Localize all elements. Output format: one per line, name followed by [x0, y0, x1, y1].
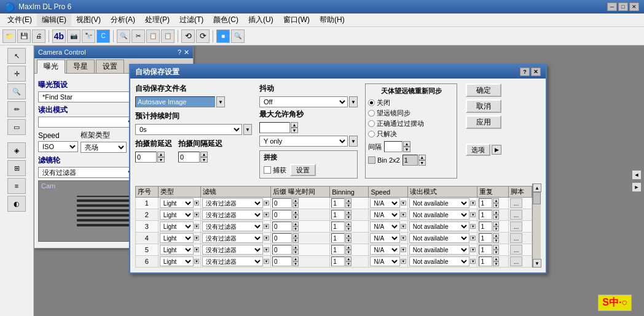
close-button[interactable]: ✕ — [629, 2, 639, 11]
menu-view[interactable]: 视图(V) — [71, 13, 106, 26]
nav-right[interactable]: ► — [632, 182, 642, 192]
bin-up-4[interactable]: ▲ — [345, 245, 351, 250]
minimize-button[interactable]: ─ — [607, 2, 617, 11]
repeat-input-4[interactable] — [479, 245, 492, 255]
interval-down[interactable]: ▼ — [200, 157, 208, 163]
menu-window[interactable]: 窗口(W) — [278, 13, 315, 26]
script-btn-5[interactable]: ... — [510, 256, 522, 266]
menu-insert[interactable]: 插入(U) — [243, 13, 278, 26]
radio-solve-input[interactable] — [368, 131, 375, 137]
find-star-select[interactable]: *Find Star — [38, 91, 143, 102]
exp-up-1[interactable]: ▲ — [293, 210, 299, 215]
cancel-button[interactable]: 取消 — [466, 99, 501, 113]
exp-up-5[interactable]: ▲ — [293, 256, 299, 261]
filter-select-5[interactable]: 没有过滤器 — [202, 256, 263, 266]
menu-file[interactable]: 文件(E) — [2, 13, 37, 26]
readmode-spin-3[interactable]: ▼ — [470, 236, 476, 241]
time-select[interactable]: 0s — [135, 124, 242, 135]
tool-zoom[interactable]: 🔍 — [7, 83, 26, 99]
tab-exposure[interactable]: 曝光 — [37, 60, 65, 74]
rep-dn-4[interactable]: ▼ — [493, 250, 499, 255]
readmode-select-2[interactable]: Not available — [409, 222, 470, 231]
dialog-close-btn[interactable]: ✕ — [531, 67, 541, 76]
type-spin-1[interactable]: ▼ — [194, 212, 200, 217]
toolbar-btn-8[interactable]: 🔍 — [117, 29, 130, 43]
toolbar-btn-14[interactable]: 🔍 — [231, 29, 245, 43]
rep-up-5[interactable]: ▲ — [493, 256, 499, 261]
speed-spin-3[interactable]: ▼ — [401, 236, 406, 241]
nav-left[interactable]: ◄ — [632, 170, 642, 180]
bin-dn-0[interactable]: ▼ — [345, 203, 351, 208]
toolbar-active-btn[interactable]: ■ — [216, 29, 230, 43]
menu-help[interactable]: 帮助(H) — [315, 13, 350, 26]
interval-num-up[interactable]: ▲ — [403, 141, 410, 147]
shake-select[interactable]: Off — [259, 96, 348, 107]
toolbar-btn-1[interactable]: 📁 — [2, 29, 16, 43]
tool-extra4[interactable]: ◐ — [7, 196, 26, 212]
repeat-input-3[interactable] — [479, 233, 492, 243]
toolbar-btn-6[interactable]: 🔭 — [82, 29, 95, 43]
type-spin-3[interactable]: ▼ — [194, 236, 200, 241]
bin-value-input[interactable] — [402, 155, 418, 166]
exposure-input-0[interactable] — [272, 198, 292, 208]
filter-select-4[interactable]: 没有过滤器 — [202, 245, 263, 255]
type-select-5[interactable]: Light — [160, 256, 194, 266]
filter-select-3[interactable]: 没有过滤器 — [202, 233, 263, 243]
speed-select-4[interactable]: N/A — [370, 245, 400, 255]
rep-dn-3[interactable]: ▼ — [493, 238, 499, 243]
rep-up-2[interactable]: ▲ — [493, 222, 499, 226]
bin-dn-3[interactable]: ▼ — [345, 238, 351, 243]
scroll-down[interactable]: ▼ — [533, 259, 541, 268]
speed-spin-2[interactable]: ▼ — [401, 224, 406, 229]
type-select-3[interactable]: Light — [160, 233, 194, 243]
frame-type-select[interactable]: 亮场 — [80, 142, 127, 153]
exp-up-2[interactable]: ▲ — [293, 222, 299, 226]
max-angle-up[interactable]: ▲ — [291, 122, 298, 128]
toolbar-btn-9[interactable]: ✂ — [132, 29, 145, 43]
readmode-spin-1[interactable]: ▼ — [470, 212, 476, 217]
bin-dn-4[interactable]: ▼ — [345, 250, 351, 255]
type-select-0[interactable]: Light — [160, 198, 194, 208]
apply-button[interactable]: 应用 — [466, 115, 501, 129]
speed-select[interactable]: ISO — [38, 141, 78, 152]
rep-dn-5[interactable]: ▼ — [493, 261, 499, 266]
shake-dropdown[interactable]: ▼ — [349, 96, 358, 107]
toolbar-btn-11[interactable]: 📋 — [161, 29, 175, 43]
confirm-button[interactable]: 确定 — [466, 83, 501, 97]
speed-select-0[interactable]: N/A — [370, 198, 400, 208]
type-spin-5[interactable]: ▼ — [194, 259, 200, 264]
y-only-dropdown[interactable]: ▼ — [349, 136, 358, 147]
exposure-input-4[interactable] — [272, 245, 292, 255]
pre-shot-down[interactable]: ▼ — [157, 157, 165, 163]
type-spin-2[interactable]: ▼ — [194, 224, 200, 229]
filter-select-2[interactable]: 没有过滤器 — [202, 222, 263, 231]
exp-dn-0[interactable]: ▼ — [293, 203, 299, 208]
rep-up-1[interactable]: ▲ — [493, 210, 499, 215]
rep-dn-1[interactable]: ▼ — [493, 215, 499, 220]
toolbar-btn-3[interactable]: 🖨 — [32, 29, 45, 43]
readmode-spin-2[interactable]: ▼ — [470, 224, 476, 229]
type-select-1[interactable]: Light — [160, 210, 194, 220]
binning-input-2[interactable] — [331, 222, 345, 231]
readmode-select-0[interactable]: Not available — [409, 198, 470, 208]
settings-button[interactable]: 设置 — [290, 164, 316, 176]
max-angle-down[interactable]: ▼ — [291, 128, 298, 133]
exp-dn-3[interactable]: ▼ — [293, 238, 299, 243]
exposure-input-2[interactable] — [272, 222, 292, 231]
binning-input-5[interactable] — [331, 256, 345, 266]
script-btn-1[interactable]: ... — [510, 210, 522, 220]
filter-spin-2[interactable]: ▼ — [264, 224, 269, 229]
exp-dn-1[interactable]: ▼ — [293, 215, 299, 220]
exp-up-0[interactable]: ▲ — [293, 198, 299, 203]
filter-spin-3[interactable]: ▼ — [264, 236, 269, 241]
options-button[interactable]: 选项 — [466, 144, 490, 156]
toolbar-btn-5[interactable]: 📷 — [67, 29, 80, 43]
title-bar-controls[interactable]: ─ □ ✕ — [607, 2, 639, 11]
repeat-input-1[interactable] — [479, 210, 492, 220]
filter-select-0[interactable]: 没有过滤器 — [202, 198, 263, 208]
rep-up-4[interactable]: ▲ — [493, 245, 499, 250]
speed-spin-4[interactable]: ▼ — [401, 247, 406, 252]
radio-proper-input[interactable] — [368, 120, 375, 127]
options-nav-right[interactable]: ▶ — [492, 145, 501, 155]
readmode-select-1[interactable]: Not available — [409, 210, 470, 220]
